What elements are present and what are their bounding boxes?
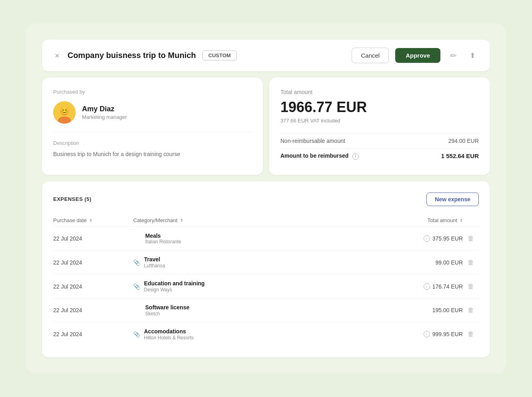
vat-icon: i bbox=[424, 235, 430, 242]
expense-amount: 999.95 EUR bbox=[432, 331, 463, 337]
expense-category-cell: Software license Sketch bbox=[133, 304, 383, 317]
expense-amount-cell: 99.00 EUR bbox=[383, 259, 463, 266]
expense-amount-cell: i 999.95 EUR bbox=[383, 331, 463, 337]
col-header-amount: Total amount ⬍ bbox=[383, 217, 463, 223]
expense-date: 22 Jul 2024 bbox=[53, 331, 133, 337]
sort-category-icon[interactable]: ⬍ bbox=[180, 218, 183, 223]
reimbursable-label: Amount to be reimbursed i bbox=[280, 152, 359, 160]
sort-amount-icon[interactable]: ⬍ bbox=[460, 218, 463, 223]
table-row[interactable]: 22 Jul 2024 📎 Accomodations Hilton Hotel… bbox=[53, 323, 479, 346]
expense-date: 22 Jul 2024 bbox=[53, 307, 133, 313]
non-reimbursable-label: Non-reimbursable amount bbox=[280, 138, 345, 144]
delete-expense-button[interactable]: 🗑 bbox=[466, 257, 476, 268]
info-section: Purchased by 😊 Amy Diaz Marketing manage… bbox=[42, 78, 490, 174]
page-title: Company buisness trip to Munich bbox=[68, 51, 196, 60]
expense-amount: 375.95 EUR bbox=[432, 235, 463, 242]
expense-amount: 176.74 EUR bbox=[432, 283, 463, 290]
user-role: Marketing manager bbox=[82, 114, 127, 120]
expense-category-info: Travel Lufthansa bbox=[144, 256, 165, 269]
total-amount-value: 1966.77 EUR bbox=[280, 99, 479, 115]
description-text: Business trip to Munich for a design tra… bbox=[53, 150, 252, 158]
attachment-icon: 📎 bbox=[133, 331, 140, 337]
expense-merchant: Sketch bbox=[145, 311, 190, 317]
avatar-image: 😊 bbox=[53, 101, 76, 124]
edit-button[interactable]: ✏ bbox=[447, 49, 460, 62]
expense-date: 22 Jul 2024 bbox=[53, 283, 133, 290]
delete-expense-button[interactable]: 🗑 bbox=[466, 329, 476, 339]
expenses-title: EXPENSES (5) bbox=[53, 196, 92, 202]
expense-date: 22 Jul 2024 bbox=[53, 259, 133, 266]
table-row[interactable]: 22 Jul 2024 Software license Sketch 195.… bbox=[53, 299, 479, 323]
expense-amount-cell: i 176.74 EUR bbox=[383, 283, 463, 290]
new-expense-button[interactable]: New expense bbox=[426, 192, 479, 206]
sort-date-icon[interactable]: ⬍ bbox=[89, 218, 92, 223]
non-reimbursable-value: 294.00 EUR bbox=[448, 138, 479, 144]
amounts-card: Total amount 1966.77 EUR 377.66 EUR VAT … bbox=[269, 78, 490, 174]
vat-included-text: 377.66 EUR VAT included bbox=[280, 118, 479, 124]
share-button[interactable]: ⬆ bbox=[466, 49, 479, 62]
col-header-date: Purchase date ⬍ bbox=[53, 217, 133, 223]
purchased-by-label: Purchased by bbox=[53, 89, 252, 95]
attachment-icon: 📎 bbox=[133, 259, 140, 266]
info-icon: i bbox=[352, 153, 359, 160]
svg-text:😊: 😊 bbox=[60, 106, 69, 115]
vat-icon: i bbox=[424, 283, 430, 290]
attachment-icon: 📎 bbox=[133, 283, 140, 290]
col-header-actions bbox=[463, 217, 479, 223]
expense-actions: 🗑 bbox=[463, 233, 479, 244]
delete-expense-button[interactable]: 🗑 bbox=[466, 281, 476, 292]
expense-amount-cell: 195.00 EUR bbox=[383, 307, 463, 313]
non-reimbursable-row: Non-reimbursable amount 294.00 EUR bbox=[280, 133, 479, 148]
expense-category-cell: 📎 Accomodations Hilton Hotels & Resorts bbox=[133, 328, 383, 341]
expense-merchant: Design Ways bbox=[144, 287, 205, 293]
vat-icon: i bbox=[424, 331, 430, 337]
expense-date: 22 Jul 2024 bbox=[53, 235, 133, 242]
table-header: Purchase date ⬍ Category/Merchant ⬍ Tota… bbox=[53, 214, 479, 227]
cancel-button[interactable]: Cancel bbox=[352, 48, 389, 63]
expense-actions: 🗑 bbox=[463, 281, 479, 292]
expense-actions: 🗑 bbox=[463, 305, 479, 315]
expense-category-name: Accomodations bbox=[144, 328, 194, 335]
col-header-category: Category/Merchant ⬍ bbox=[133, 217, 383, 223]
share-icon: ⬆ bbox=[470, 52, 476, 60]
expense-category-name: Meals bbox=[145, 233, 181, 239]
main-container: × Company buisness trip to Munich CUSTOM… bbox=[26, 24, 506, 373]
expense-category-name: Software license bbox=[145, 304, 190, 311]
description-label: Description bbox=[53, 140, 252, 146]
expense-merchant: Italian Ristorante bbox=[145, 239, 181, 245]
user-name: Amy Diaz bbox=[82, 105, 127, 113]
table-row[interactable]: 22 Jul 2024 📎 Education and training Des… bbox=[53, 275, 479, 299]
expense-amount-cell: i 375.95 EUR bbox=[383, 235, 463, 242]
expense-category-cell: 📎 Travel Lufthansa bbox=[133, 256, 383, 269]
reimbursable-row: Amount to be reimbursed i 1 552.64 EUR bbox=[280, 148, 479, 164]
table-row[interactable]: 22 Jul 2024 📎 Travel Lufthansa 99.00 EUR… bbox=[53, 251, 479, 275]
user-row: 😊 Amy Diaz Marketing manager bbox=[53, 101, 252, 132]
expense-rows-container: 22 Jul 2024 Meals Italian Ristorante i 3… bbox=[53, 227, 479, 346]
close-button[interactable]: × bbox=[53, 50, 61, 61]
table-row[interactable]: 22 Jul 2024 Meals Italian Ristorante i 3… bbox=[53, 227, 479, 251]
expense-category-name: Education and training bbox=[144, 280, 205, 287]
expenses-card: EXPENSES (5) New expense Purchase date ⬍… bbox=[42, 181, 490, 357]
delete-expense-button[interactable]: 🗑 bbox=[466, 305, 476, 315]
expense-category-info: Accomodations Hilton Hotels & Resorts bbox=[144, 328, 194, 341]
expense-merchant: Lufthansa bbox=[144, 263, 165, 269]
expense-category-info: Meals Italian Ristorante bbox=[145, 233, 181, 245]
expense-category-name: Travel bbox=[144, 256, 165, 263]
expense-merchant: Hilton Hotels & Resorts bbox=[144, 335, 194, 341]
expense-category-info: Education and training Design Ways bbox=[144, 280, 205, 293]
purchaser-card: Purchased by 😊 Amy Diaz Marketing manage… bbox=[42, 78, 263, 174]
delete-expense-button[interactable]: 🗑 bbox=[466, 233, 476, 244]
expense-actions: 🗑 bbox=[463, 257, 479, 268]
expense-actions: 🗑 bbox=[463, 329, 479, 339]
approve-button[interactable]: Approve bbox=[395, 48, 440, 63]
reimbursable-value: 1 552.64 EUR bbox=[441, 152, 479, 159]
expenses-header: EXPENSES (5) New expense bbox=[53, 192, 479, 206]
header-card: × Company buisness trip to Munich CUSTOM… bbox=[42, 40, 490, 71]
user-info: Amy Diaz Marketing manager bbox=[82, 105, 127, 120]
expense-amount: 99.00 EUR bbox=[436, 259, 463, 266]
total-amount-label: Total amount bbox=[280, 89, 479, 95]
expense-category-cell: Meals Italian Ristorante bbox=[133, 233, 383, 245]
expense-category-info: Software license Sketch bbox=[145, 304, 190, 317]
expense-amount: 195.00 EUR bbox=[432, 307, 463, 313]
custom-badge: CUSTOM bbox=[202, 50, 237, 60]
